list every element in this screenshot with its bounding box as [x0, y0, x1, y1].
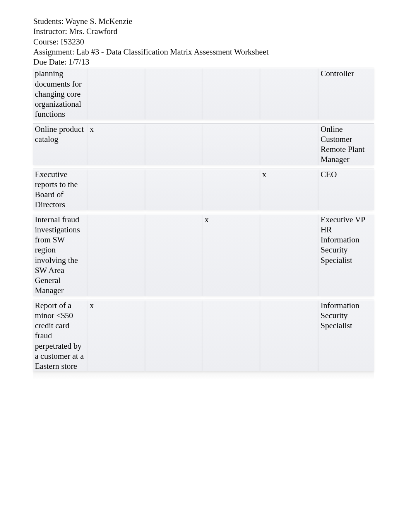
due-date-line: Due Date: 1/7/13: [33, 57, 374, 67]
item-cell: planning documents for changing core org…: [35, 68, 87, 119]
classification-matrix-table: planning documents for changing core org…: [33, 68, 374, 375]
table-row: Report of a minor <$50 credit card fraud…: [33, 300, 374, 375]
table-row: planning documents for changing core org…: [33, 68, 374, 123]
owner-cell: Online Customer Remote Plant Manager: [320, 124, 372, 165]
assignment-value: Lab #3 - Data Classification Matrix Asse…: [76, 47, 269, 56]
document-page: Students: Wayne S. McKenzie Instructor: …: [0, 16, 411, 375]
classification-matrix-table-wrap: planning documents for changing core org…: [33, 68, 374, 375]
assignment-label: Assignment:: [33, 47, 74, 56]
mark-cell: x: [90, 124, 144, 134]
table-row: Internal fraud investigations from SW re…: [33, 214, 374, 300]
owner-cell: CEO: [320, 169, 372, 179]
due-date-label: Due Date:: [33, 57, 67, 66]
instructor-line: Instructor: Mrs. Crawford: [33, 26, 374, 36]
course-value: IS3230: [61, 37, 84, 46]
instructor-value: Mrs. Crawford: [69, 27, 118, 36]
table-row: Executive reports to the Board of Direct…: [33, 169, 374, 214]
assignment-line: Assignment: Lab #3 - Data Classification…: [33, 47, 374, 57]
owner-cell: Controller: [320, 68, 372, 78]
course-line: Course: IS3230: [33, 37, 374, 47]
due-date-value: 1/7/13: [68, 57, 89, 66]
instructor-label: Instructor:: [33, 27, 67, 36]
item-cell: Online product catalog: [35, 124, 87, 145]
owner-cell: Executive VP HR Information Security Spe…: [320, 215, 372, 265]
mark-cell: x: [90, 300, 144, 310]
item-cell: Internal fraud investigations from SW re…: [35, 215, 87, 296]
students-line: Students: Wayne S. McKenzie: [33, 16, 374, 26]
students-label: Students:: [33, 17, 63, 26]
owner-cell: Information Security Specialist: [320, 300, 372, 331]
document-header: Students: Wayne S. McKenzie Instructor: …: [33, 16, 374, 67]
mark-cell: x: [205, 215, 259, 225]
item-cell: Report of a minor <$50 credit card fraud…: [35, 300, 87, 372]
mark-cell: x: [262, 169, 317, 179]
item-cell: Executive reports to the Board of Direct…: [35, 169, 87, 210]
table-row: Online product catalog x Online Customer…: [33, 123, 374, 169]
students-value: Wayne S. McKenzie: [65, 17, 132, 26]
course-label: Course:: [33, 37, 58, 46]
